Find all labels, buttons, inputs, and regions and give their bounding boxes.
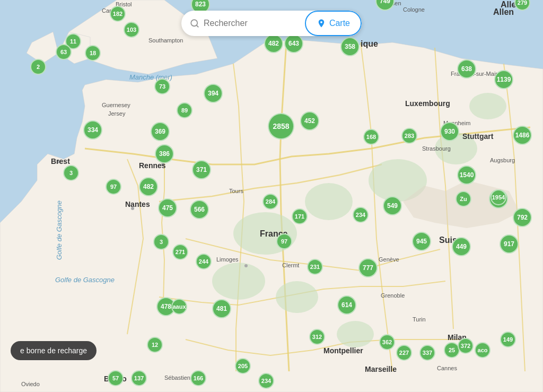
cluster-marker[interactable]: 205 xyxy=(235,358,251,374)
svg-point-17 xyxy=(244,264,248,267)
cluster-marker[interactable]: 362 xyxy=(379,334,395,350)
cluster-marker[interactable]: 482 xyxy=(264,34,283,53)
cluster-marker[interactable]: 358 xyxy=(340,37,360,56)
cluster-marker[interactable]: 643 xyxy=(284,34,303,53)
cluster-marker[interactable]: aco xyxy=(475,342,491,358)
cluster-marker[interactable]: 137 xyxy=(131,370,147,386)
svg-point-16 xyxy=(131,207,134,210)
cluster-marker[interactable]: 231 xyxy=(307,259,323,275)
cluster-marker[interactable]: 166 xyxy=(190,370,206,386)
tooltip-text: e borne de recharge xyxy=(20,346,87,355)
svg-point-12 xyxy=(276,281,318,313)
cluster-marker[interactable]: 386 xyxy=(155,144,174,163)
cluster-marker[interactable]: 930 xyxy=(440,122,459,141)
cluster-marker[interactable]: 2 xyxy=(30,59,46,75)
svg-point-18 xyxy=(57,160,60,163)
svg-point-13 xyxy=(337,321,374,347)
cluster-marker[interactable]: 452 xyxy=(300,111,319,130)
cluster-marker[interactable]: 234 xyxy=(353,207,369,223)
carte-button[interactable]: Carte xyxy=(305,11,362,36)
search-input-area[interactable] xyxy=(181,11,305,36)
cluster-marker[interactable]: 481 xyxy=(212,299,231,318)
cluster-marker[interactable]: 449 xyxy=(452,237,471,256)
search-icon xyxy=(190,19,199,28)
cluster-marker[interactable]: 182 xyxy=(110,6,126,22)
cluster-marker[interactable]: 97 xyxy=(276,233,292,249)
map-container[interactable]: Brighton Cardiff Bristol Southampton Bre… xyxy=(0,0,543,392)
cluster-marker[interactable]: 475 xyxy=(158,198,177,217)
cluster-marker[interactable]: 549 xyxy=(383,196,402,215)
cluster-marker[interactable]: 63 xyxy=(56,44,72,60)
svg-point-11 xyxy=(469,93,506,119)
cluster-marker[interactable]: 1540 xyxy=(457,165,476,185)
cluster-marker[interactable]: 917 xyxy=(500,234,519,254)
svg-point-9 xyxy=(212,263,265,300)
carte-label: Carte xyxy=(329,19,350,28)
cluster-marker[interactable]: 777 xyxy=(358,258,378,277)
svg-line-21 xyxy=(196,25,198,27)
cluster-marker[interactable]: 3 xyxy=(63,165,79,181)
location-pin-icon xyxy=(317,19,326,28)
cluster-marker[interactable]: 945 xyxy=(412,232,431,251)
cluster-marker[interactable]: 369 xyxy=(151,122,170,141)
cluster-marker[interactable]: 614 xyxy=(337,295,356,315)
cluster-marker[interactable]: 482 xyxy=(139,177,158,196)
cluster-marker[interactable]: 227 xyxy=(396,345,412,361)
cluster-marker[interactable]: 334 xyxy=(83,120,102,140)
cluster-marker[interactable]: 1486 xyxy=(513,126,532,145)
cluster-marker[interactable]: 168 xyxy=(363,129,379,145)
search-bar: Carte xyxy=(181,11,362,36)
cluster-marker[interactable]: 271 xyxy=(172,244,188,260)
cluster-marker[interactable]: 372 xyxy=(458,338,474,354)
cluster-marker[interactable]: 149 xyxy=(500,332,516,347)
cluster-marker[interactable]: 234 xyxy=(258,373,274,389)
cluster-marker[interactable]: 171 xyxy=(292,208,308,224)
cluster-marker[interactable]: 57 xyxy=(108,370,124,386)
cluster-marker[interactable]: 97 xyxy=(106,179,121,195)
search-input[interactable] xyxy=(204,19,296,28)
cluster-marker[interactable]: 566 xyxy=(190,200,209,219)
cluster-marker[interactable]: aaux xyxy=(171,299,187,315)
cluster-marker[interactable]: 1954 xyxy=(491,189,506,205)
cluster-marker[interactable]: 244 xyxy=(196,254,212,269)
cluster-marker[interactable]: 371 xyxy=(192,160,211,179)
cluster-marker[interactable]: 283 xyxy=(401,128,417,144)
cluster-marker[interactable]: 18 xyxy=(85,45,101,61)
cluster-marker[interactable]: 312 xyxy=(309,329,325,345)
cluster-marker[interactable]: 638 xyxy=(457,59,476,79)
cluster-marker[interactable]: 792 xyxy=(513,208,532,227)
cluster-marker[interactable]: 337 xyxy=(419,345,435,361)
cluster-marker[interactable]: 103 xyxy=(124,22,139,38)
cluster-marker[interactable]: 73 xyxy=(154,79,170,94)
cluster-marker[interactable]: Zu xyxy=(456,191,471,207)
cluster-marker[interactable]: 3 xyxy=(153,234,169,250)
cluster-marker[interactable]: 2858 xyxy=(268,113,294,140)
cluster-marker[interactable]: 394 xyxy=(204,84,223,103)
bottom-tooltip: e borne de recharge xyxy=(11,341,97,360)
svg-point-7 xyxy=(305,183,353,220)
cluster-marker[interactable]: 12 xyxy=(147,337,163,353)
cluster-marker[interactable]: 1139 xyxy=(494,70,513,89)
cluster-marker[interactable]: 284 xyxy=(262,194,278,210)
cluster-marker[interactable]: 89 xyxy=(177,102,192,118)
